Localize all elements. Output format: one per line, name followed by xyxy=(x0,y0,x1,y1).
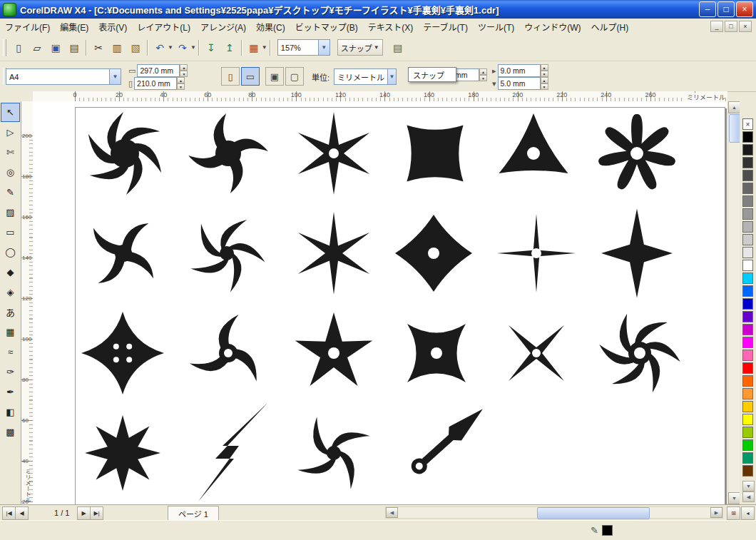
shuriken-six-point-slim[interactable] xyxy=(298,212,369,295)
color-swatch-10[interactable] xyxy=(742,247,753,258)
all-pages-button[interactable]: ▣ xyxy=(265,67,284,86)
menu-item-4[interactable]: レイアウト(L) xyxy=(132,19,195,34)
shuriken-curved-four-arm[interactable] xyxy=(188,113,268,193)
shuriken-four-point-tall[interactable] xyxy=(601,209,673,298)
scroll-right-icon[interactable]: ▶ xyxy=(710,507,722,518)
palette-scroll-down-icon[interactable]: ▼ xyxy=(742,481,755,491)
shuriken-seven-petal-flower[interactable] xyxy=(598,114,675,189)
spin-up-icon[interactable]: ▲ xyxy=(479,68,487,75)
shuriken-swirl-five-thin[interactable] xyxy=(190,220,265,292)
menu-item-5[interactable]: アレンジ(A) xyxy=(195,19,251,34)
zoom-level-combo[interactable]: 157% ▼ xyxy=(277,39,330,56)
menu-item-3[interactable]: 表示(V) xyxy=(93,19,132,34)
color-swatch-26[interactable] xyxy=(742,452,753,464)
shuriken-four-point-dots[interactable] xyxy=(81,312,164,394)
horizontal-scroll-thumb[interactable] xyxy=(537,507,650,519)
first-page-button[interactable]: |◀ xyxy=(2,506,16,520)
color-swatch-16[interactable] xyxy=(742,324,753,335)
page-tab[interactable]: ページ 1 xyxy=(168,506,219,520)
outline-pen-tool[interactable]: ✒ xyxy=(1,382,20,402)
color-swatch-24[interactable] xyxy=(742,427,753,438)
ellipse-tool[interactable]: ◯ xyxy=(1,243,20,262)
color-swatch-21[interactable] xyxy=(742,388,753,399)
navigator-button[interactable]: ⊞ xyxy=(727,506,740,520)
horizontal-scrollbar[interactable]: ◀ ▶ xyxy=(385,506,723,519)
next-page-button[interactable]: ▶ xyxy=(77,506,91,520)
shuriken-kunai[interactable] xyxy=(409,402,489,477)
shuriken-curved-x-hole[interactable] xyxy=(407,324,466,382)
rectangle-tool[interactable]: ▭ xyxy=(1,223,20,242)
export-button[interactable]: ↥ xyxy=(220,39,239,57)
table-tool[interactable]: ▦ xyxy=(1,322,20,342)
shuriken-swirl-six-blade[interactable] xyxy=(88,112,161,195)
color-swatch-18[interactable] xyxy=(742,350,753,361)
scroll-down-icon[interactable]: ▼ xyxy=(728,492,740,504)
scroll-up-icon[interactable]: ▲ xyxy=(728,101,740,113)
color-swatch-5[interactable] xyxy=(742,183,753,194)
color-swatch-6[interactable] xyxy=(742,195,753,207)
chevron-down-icon[interactable]: ▼ xyxy=(318,40,330,55)
polygon-tool[interactable]: ◆ xyxy=(1,263,20,282)
spin-down-icon[interactable]: ▼ xyxy=(180,71,188,77)
color-swatch-27[interactable] xyxy=(742,465,753,477)
zoom-tool[interactable]: ◎ xyxy=(1,163,20,182)
units-combo[interactable]: ミリメートル ▼ xyxy=(334,68,397,85)
chevron-down-icon[interactable]: ▼ xyxy=(109,69,121,84)
previous-page-button[interactable]: ◀ xyxy=(15,506,29,520)
color-swatch-7[interactable] xyxy=(742,208,753,220)
menu-item-9[interactable]: テーブル(T) xyxy=(418,19,473,34)
menu-item-2[interactable]: 編集(E) xyxy=(55,19,93,34)
paper-width-field[interactable]: 297.0 mm xyxy=(137,64,180,77)
copy-button[interactable]: ▥ xyxy=(108,39,126,57)
last-page-button[interactable]: ▶| xyxy=(90,506,103,520)
paper-height-field[interactable]: 210.0 mm xyxy=(134,77,177,90)
open-button[interactable]: ▱ xyxy=(28,39,46,57)
new-document-button[interactable]: ▯ xyxy=(9,39,28,57)
duplicate-distance-field[interactable]: 5.0 mm xyxy=(498,77,541,90)
redo-button[interactable]: ↷ xyxy=(173,39,192,57)
pick-tool[interactable]: ↖ xyxy=(1,103,20,122)
horizontal-ruler[interactable]: 020406080100120140160180200220240260280 … xyxy=(33,91,727,102)
shuriken-thin-cross-hole[interactable] xyxy=(497,214,576,292)
menu-item-7[interactable]: ビットマップ(B) xyxy=(290,19,363,34)
spin-down-icon[interactable]: ▼ xyxy=(479,75,487,81)
nudge-field[interactable]: 9.0 mm xyxy=(498,64,541,77)
portrait-button[interactable]: ▯ xyxy=(221,67,240,86)
current-page-button[interactable]: ▢ xyxy=(285,67,304,86)
chevron-down-icon[interactable]: ▼ xyxy=(190,44,196,51)
toolbar-grip[interactable] xyxy=(3,39,6,56)
shuriken-thin-x-hole[interactable] xyxy=(509,325,564,381)
palette-options-button[interactable]: ◂ xyxy=(741,506,755,520)
chevron-down-icon[interactable]: ▼ xyxy=(387,69,396,84)
print-button[interactable]: ▤ xyxy=(65,39,83,57)
application-launcher-button[interactable]: ▦ xyxy=(245,39,263,57)
minimize-button[interactable]: – xyxy=(699,1,716,17)
shuriken-thick-x-star[interactable] xyxy=(407,125,463,181)
freehand-tool[interactable]: ✎ xyxy=(1,183,20,202)
no-color-swatch[interactable]: × xyxy=(742,118,753,130)
menu-item-8[interactable]: テキスト(X) xyxy=(363,19,419,34)
shuriken-five-point-hole[interactable] xyxy=(295,312,372,386)
vertical-scrollbar[interactable]: ▲ ▼ xyxy=(727,101,740,504)
color-swatch-4[interactable] xyxy=(742,170,753,181)
scroll-left-icon[interactable]: ◀ xyxy=(386,507,398,518)
doc-restore-button[interactable]: □ xyxy=(725,21,737,32)
color-swatch-2[interactable] xyxy=(742,144,753,156)
crop-tool[interactable]: ✄ xyxy=(1,143,20,162)
cut-button[interactable]: ✂ xyxy=(89,39,108,57)
color-swatch-19[interactable] xyxy=(742,362,753,374)
color-swatch-20[interactable] xyxy=(742,375,753,387)
chevron-down-icon[interactable]: ▼ xyxy=(168,44,173,51)
doc-close-button[interactable]: × xyxy=(739,21,752,32)
basic-shapes-tool[interactable]: ◈ xyxy=(1,282,20,302)
shuriken-diamond-four-point[interactable] xyxy=(395,215,472,292)
spin-up-icon[interactable]: ▲ xyxy=(180,64,188,71)
color-swatch-15[interactable] xyxy=(742,311,753,322)
eyedropper-tool[interactable]: ✑ xyxy=(1,362,20,382)
spin-down-icon[interactable]: ▼ xyxy=(177,83,185,90)
shuriken-eight-point-star[interactable] xyxy=(85,415,160,491)
shuriken-three-point-hole[interactable] xyxy=(499,113,568,173)
color-swatch-12[interactable] xyxy=(742,272,753,284)
spin-down-icon[interactable]: ▼ xyxy=(541,83,548,90)
chevron-down-icon[interactable]: ▼ xyxy=(262,44,267,51)
